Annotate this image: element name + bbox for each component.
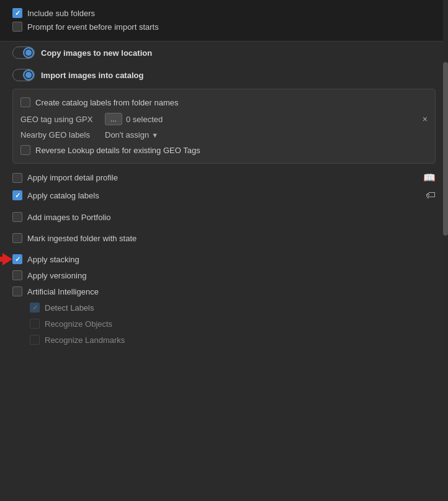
nearby-geo-row: Nearby GEO labels Don't assign ▼: [20, 128, 428, 142]
mark-ingested-checkbox[interactable]: [12, 233, 22, 243]
recognize-objects-label: Recognize Objects: [45, 319, 112, 329]
create-labels-row: Create catalog labels from folder names: [20, 94, 428, 110]
ai-sub-items: Detect Labels Recognize Objects Recogniz…: [12, 299, 436, 348]
copy-images-label: Copy images to new location: [41, 48, 152, 58]
create-labels-checkbox[interactable]: [20, 97, 30, 107]
detect-labels-checkbox: [30, 303, 40, 313]
scrollbar-thumb[interactable]: [443, 62, 448, 236]
nearby-geo-dropdown-arrow: ▼: [151, 131, 158, 139]
reverse-lookup-label: Reverse Lookup details for existing GEO …: [35, 146, 200, 155]
add-portfolio-checkbox[interactable]: [12, 212, 22, 222]
detect-labels-row: Detect Labels: [30, 299, 436, 316]
recognize-landmarks-label: Recognize Landmarks: [45, 335, 125, 345]
geo-tag-label: GEO tag using GPX: [20, 115, 101, 124]
import-catalog-toggle[interactable]: [12, 69, 35, 81]
apply-stacking-row: Apply stacking: [12, 251, 436, 267]
svg-marker-0: [0, 253, 12, 265]
recognize-landmarks-checkbox: [30, 335, 40, 345]
import-catalog-toggle-row: Import images into catalog: [0, 64, 448, 86]
copy-images-toggle[interactable]: [12, 47, 35, 59]
artificial-intelligence-checkbox[interactable]: [12, 286, 22, 296]
mark-ingested-label: Mark ingested folder with state: [27, 234, 137, 243]
apply-versioning-label: Apply versioning: [27, 271, 86, 280]
red-arrow-icon: [0, 250, 12, 268]
geo-selected-text: 0 selected: [126, 115, 163, 124]
nearby-geo-label: Nearby GEO labels: [20, 130, 101, 140]
apply-import-profile-label: Apply import detail profile: [27, 173, 118, 182]
include-subfolders-row: Include sub folders: [12, 6, 436, 20]
book-icon: 📖: [423, 172, 436, 184]
add-portfolio-label: Add images to Portfolio: [27, 213, 110, 222]
create-labels-label: Create catalog labels from folder names: [35, 98, 179, 107]
import-catalog-label: Import images into catalog: [41, 71, 143, 80]
apply-stacking-wrapper: Apply stacking: [12, 251, 436, 267]
apply-stacking-label: Apply stacking: [27, 255, 79, 264]
geo-tag-button[interactable]: ...: [105, 113, 122, 125]
nearby-geo-dropdown[interactable]: Don't assign ▼: [105, 130, 158, 140]
prompt-event-row: Prompt for event before import starts: [12, 20, 436, 33]
include-subfolders-checkbox[interactable]: [12, 8, 22, 18]
detect-labels-label: Detect Labels: [45, 303, 94, 313]
reverse-lookup-checkbox[interactable]: [20, 145, 30, 155]
include-subfolders-label: Include sub folders: [27, 9, 95, 18]
apply-versioning-checkbox[interactable]: [12, 270, 22, 280]
tag-icon: 🏷: [426, 190, 436, 201]
apply-stacking-checkbox[interactable]: [12, 254, 22, 264]
mark-ingested-row: Mark ingested folder with state: [12, 230, 436, 246]
artificial-intelligence-label: Artificial Intelligence: [27, 287, 99, 296]
apply-catalog-labels-checkbox[interactable]: [12, 190, 22, 200]
recognize-objects-row: Recognize Objects: [30, 316, 436, 332]
nearby-geo-value: Don't assign: [105, 130, 149, 140]
apply-catalog-labels-row: Apply catalog labels 🏷: [12, 187, 436, 204]
geo-close-button[interactable]: ×: [423, 114, 428, 124]
recognize-landmarks-row: Recognize Landmarks: [30, 332, 436, 348]
scrollbar-track[interactable]: [443, 0, 448, 360]
apply-versioning-row: Apply versioning: [12, 267, 436, 283]
red-arrow-indicator: [0, 250, 12, 268]
apply-import-profile-checkbox[interactable]: [12, 173, 22, 183]
geo-tag-row: GEO tag using GPX ... 0 selected ×: [20, 110, 428, 128]
reverse-lookup-row: Reverse Lookup details for existing GEO …: [20, 142, 428, 158]
prompt-event-label: Prompt for event before import starts: [27, 22, 159, 32]
apply-import-profile-row: Apply import detail profile 📖: [12, 169, 436, 187]
apply-catalog-labels-label: Apply catalog labels: [27, 191, 99, 200]
artificial-intelligence-row: Artificial Intelligence: [12, 283, 436, 299]
recognize-objects-checkbox: [30, 319, 40, 329]
add-portfolio-row: Add images to Portfolio: [12, 209, 436, 225]
prompt-event-checkbox[interactable]: [12, 22, 22, 32]
copy-images-toggle-row: Copy images to new location: [0, 42, 448, 64]
